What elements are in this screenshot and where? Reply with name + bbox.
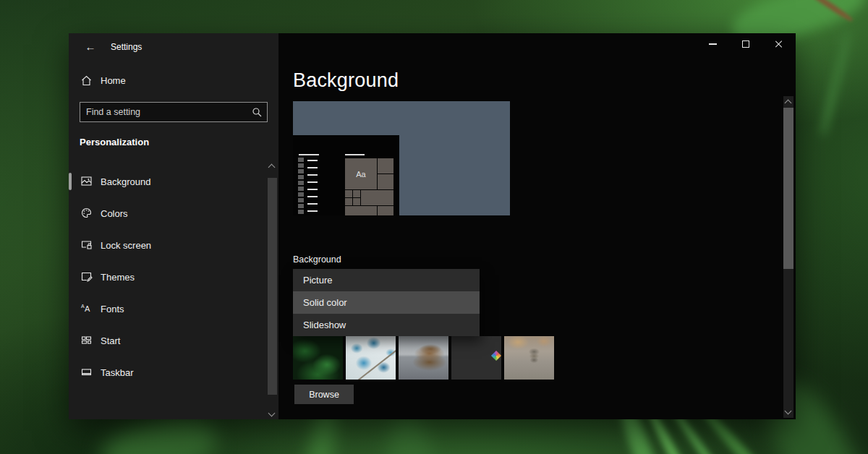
- dropdown-option-slideshow[interactable]: Slideshow: [293, 314, 480, 336]
- dropdown-option-picture[interactable]: Picture: [293, 269, 480, 291]
- colors-palette-icon: [80, 207, 93, 219]
- close-icon: [775, 40, 783, 48]
- maximize-button[interactable]: [729, 33, 762, 55]
- background-type-dropdown: Picture Solid color Slideshow: [293, 269, 480, 336]
- start-menu-preview: Aa: [293, 135, 399, 215]
- search-input[interactable]: [86, 103, 245, 121]
- home-icon: [80, 74, 93, 87]
- start-icon: [80, 334, 93, 346]
- scroll-up-icon[interactable]: [785, 100, 792, 107]
- section-header: Personalization: [80, 137, 149, 147]
- scroll-down-icon[interactable]: [785, 408, 792, 415]
- sidebar-home-label: Home: [101, 75, 126, 86]
- accent-tile: Aa: [345, 158, 377, 189]
- sidebar-item-home[interactable]: Home: [69, 71, 278, 91]
- taskbar-icon: [80, 366, 93, 378]
- applist-icons: [298, 158, 304, 214]
- themes-icon: [80, 270, 93, 283]
- tile: [353, 198, 360, 205]
- sidebar-item-start[interactable]: Start: [69, 325, 268, 356]
- thumbnail-zen-stones[interactable]: [504, 336, 554, 380]
- applist-header-line: [299, 154, 319, 155]
- pine-needle: [819, 30, 852, 137]
- settings-window: ← Settings Home Personalization: [69, 33, 796, 419]
- window-caption-buttons: [696, 33, 796, 55]
- sidebar-item-label: Lock screen: [101, 240, 151, 251]
- sidebar-item-lock-screen[interactable]: Lock screen: [69, 229, 268, 261]
- windows-diamond-icon: [491, 351, 501, 361]
- pine-needle: [385, 414, 440, 454]
- recent-images-row: [293, 336, 554, 380]
- lock-screen-icon: [80, 239, 93, 251]
- tile: [378, 158, 393, 174]
- settings-main-panel: Background Aa: [278, 33, 796, 419]
- main-scrollbar[interactable]: [783, 96, 793, 418]
- maximize-icon: [742, 40, 749, 48]
- scroll-down-icon[interactable]: [268, 410, 276, 417]
- fonts-icon: A A: [80, 302, 93, 314]
- background-dropdown-label: Background: [293, 254, 341, 265]
- sidebar-nav: Background Colors: [69, 166, 268, 388]
- scroll-up-icon[interactable]: [268, 164, 276, 171]
- browse-button[interactable]: Browse: [294, 385, 354, 404]
- sidebar-scrollbar-thumb[interactable]: [268, 178, 277, 395]
- background-picture-icon: [80, 175, 93, 187]
- tile: [345, 190, 352, 197]
- applist-labels: [307, 160, 318, 213]
- sidebar-item-label: Background: [101, 176, 150, 187]
- dropdown-option-solid-color[interactable]: Solid color: [293, 291, 480, 314]
- sidebar-item-label: Start: [101, 335, 120, 346]
- sidebar-item-colors[interactable]: Colors: [69, 197, 268, 229]
- tile: [345, 206, 377, 215]
- svg-text:A: A: [85, 304, 90, 313]
- tile: [353, 190, 360, 197]
- accent-tile-text: Aa: [356, 170, 365, 179]
- thumbnail-blue-blossoms[interactable]: [346, 336, 396, 380]
- search-icon[interactable]: [252, 107, 262, 117]
- background-preview: Aa: [293, 101, 510, 215]
- minimize-icon: [709, 43, 717, 44]
- search-box: [80, 102, 268, 122]
- sidebar-item-label: Colors: [101, 208, 128, 219]
- sidebar-scrollbar[interactable]: [268, 160, 277, 419]
- sidebar-item-themes[interactable]: Themes: [69, 261, 268, 293]
- back-button[interactable]: ←: [80, 38, 101, 55]
- main-scrollbar-thumb[interactable]: [783, 108, 793, 269]
- tile: [378, 206, 393, 215]
- sidebar-item-label: Taskbar: [101, 367, 134, 378]
- tile: [345, 198, 352, 205]
- minimize-button[interactable]: [696, 33, 729, 55]
- sidebar-item-taskbar[interactable]: Taskbar: [69, 356, 268, 388]
- thumbnail-default-placeholder[interactable]: [451, 336, 501, 380]
- sidebar-item-label: Themes: [101, 272, 135, 283]
- thumbnail-lake-structure[interactable]: [399, 336, 448, 380]
- window-title: Settings: [111, 42, 142, 52]
- sidebar-item-background[interactable]: Background: [69, 166, 268, 197]
- thumbnail-pine-needles[interactable]: [293, 336, 343, 380]
- sidebar-item-fonts[interactable]: A A Fonts: [69, 293, 268, 325]
- close-button[interactable]: [762, 33, 796, 55]
- tile-grid-preview: Aa: [345, 158, 393, 215]
- tile: [361, 190, 393, 205]
- sidebar-item-label: Fonts: [101, 304, 124, 314]
- tiles-header-line: [345, 154, 365, 155]
- settings-sidebar: ← Settings Home Personalization: [69, 33, 278, 419]
- page-title: Background: [293, 69, 399, 92]
- tile: [378, 174, 393, 189]
